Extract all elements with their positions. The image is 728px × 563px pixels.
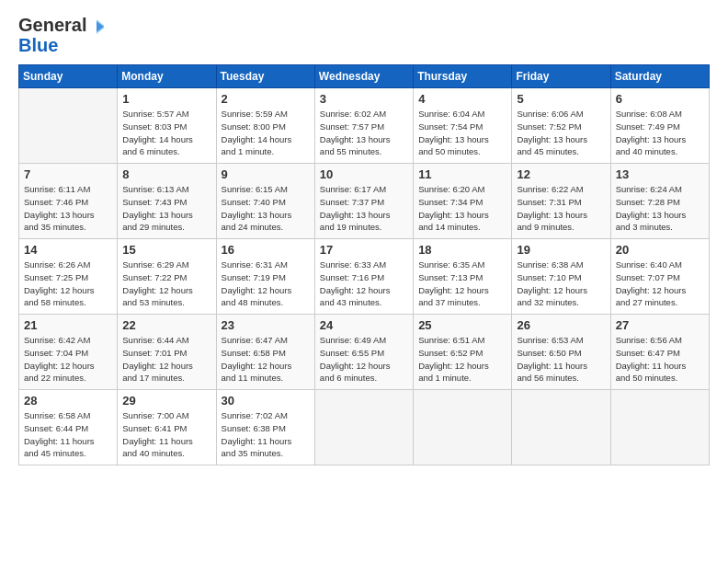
day-number: 28 — [24, 394, 112, 408]
calendar-cell: 21Sunrise: 6:42 AM Sunset: 7:04 PM Dayli… — [19, 315, 118, 390]
day-number: 20 — [616, 243, 704, 257]
sun-info: Sunrise: 6:24 AM Sunset: 7:28 PM Dayligh… — [616, 183, 704, 234]
logo-general: General — [18, 15, 86, 35]
day-of-week-header: Tuesday — [216, 65, 314, 88]
calendar-cell: 22Sunrise: 6:44 AM Sunset: 7:01 PM Dayli… — [118, 315, 216, 390]
day-number: 11 — [418, 167, 506, 181]
day-of-week-header: Friday — [512, 65, 610, 88]
sun-info: Sunrise: 6:49 AM Sunset: 6:55 PM Dayligh… — [320, 334, 408, 385]
calendar-cell: 12Sunrise: 6:22 AM Sunset: 7:31 PM Dayli… — [512, 164, 610, 239]
day-of-week-header: Monday — [118, 65, 216, 88]
day-number: 17 — [320, 243, 408, 257]
sun-info: Sunrise: 6:35 AM Sunset: 7:13 PM Dayligh… — [418, 259, 506, 309]
calendar-week-row: 21Sunrise: 6:42 AM Sunset: 7:04 PM Dayli… — [19, 315, 710, 390]
sun-info: Sunrise: 7:00 AM Sunset: 6:41 PM Dayligh… — [122, 409, 210, 460]
logo-blue: Blue — [18, 35, 58, 55]
sun-info: Sunrise: 6:42 AM Sunset: 7:04 PM Dayligh… — [24, 334, 112, 385]
calendar-cell: 17Sunrise: 6:33 AM Sunset: 7:16 PM Dayli… — [314, 239, 413, 315]
day-number: 14 — [24, 243, 112, 257]
calendar-cell — [19, 88, 118, 164]
day-number: 10 — [320, 167, 408, 181]
sun-info: Sunrise: 6:33 AM Sunset: 7:16 PM Dayligh… — [320, 259, 408, 309]
calendar-week-row: 7Sunrise: 6:11 AM Sunset: 7:46 PM Daylig… — [19, 164, 710, 239]
sun-info: Sunrise: 5:57 AM Sunset: 8:03 PM Dayligh… — [122, 108, 210, 158]
day-number: 9 — [222, 167, 310, 181]
calendar-cell: 13Sunrise: 6:24 AM Sunset: 7:28 PM Dayli… — [610, 164, 709, 239]
calendar-cell — [610, 390, 709, 465]
day-of-week-header: Sunday — [19, 65, 118, 88]
calendar-table: SundayMondayTuesdayWednesdayThursdayFrid… — [18, 64, 710, 465]
logo-text: General Blue — [18, 15, 105, 55]
day-number: 23 — [222, 318, 310, 332]
header: General Blue — [18, 15, 710, 55]
day-number: 16 — [222, 243, 310, 257]
day-number: 8 — [122, 167, 210, 181]
calendar-cell — [314, 390, 413, 465]
calendar-cell: 7Sunrise: 6:11 AM Sunset: 7:46 PM Daylig… — [19, 164, 118, 239]
days-of-week-row: SundayMondayTuesdayWednesdayThursdayFrid… — [19, 65, 710, 88]
calendar-cell: 26Sunrise: 6:53 AM Sunset: 6:50 PM Dayli… — [512, 315, 610, 390]
sun-info: Sunrise: 6:26 AM Sunset: 7:25 PM Dayligh… — [24, 259, 112, 309]
day-number: 30 — [222, 394, 310, 408]
day-number: 18 — [418, 243, 506, 257]
calendar-cell: 5Sunrise: 6:06 AM Sunset: 7:52 PM Daylig… — [512, 88, 610, 164]
calendar-cell: 15Sunrise: 6:29 AM Sunset: 7:22 PM Dayli… — [118, 239, 216, 315]
sun-info: Sunrise: 6:11 AM Sunset: 7:46 PM Dayligh… — [24, 183, 112, 234]
calendar-cell: 19Sunrise: 6:38 AM Sunset: 7:10 PM Dayli… — [512, 239, 610, 315]
logo: General Blue — [18, 15, 105, 55]
day-number: 3 — [320, 92, 408, 106]
sun-info: Sunrise: 6:56 AM Sunset: 6:47 PM Dayligh… — [616, 334, 704, 385]
day-number: 25 — [418, 318, 506, 332]
calendar-cell: 18Sunrise: 6:35 AM Sunset: 7:13 PM Dayli… — [414, 239, 512, 315]
sun-info: Sunrise: 6:08 AM Sunset: 7:49 PM Dayligh… — [616, 108, 704, 158]
sun-info: Sunrise: 6:40 AM Sunset: 7:07 PM Dayligh… — [616, 259, 704, 309]
day-number: 21 — [24, 318, 112, 332]
calendar-cell: 24Sunrise: 6:49 AM Sunset: 6:55 PM Dayli… — [314, 315, 413, 390]
sun-info: Sunrise: 6:44 AM Sunset: 7:01 PM Dayligh… — [122, 334, 210, 385]
sun-info: Sunrise: 6:06 AM Sunset: 7:52 PM Dayligh… — [517, 108, 605, 158]
sun-info: Sunrise: 6:53 AM Sunset: 6:50 PM Dayligh… — [517, 334, 605, 385]
calendar-cell: 6Sunrise: 6:08 AM Sunset: 7:49 PM Daylig… — [610, 88, 709, 164]
day-number: 15 — [122, 243, 210, 257]
sun-info: Sunrise: 6:31 AM Sunset: 7:19 PM Dayligh… — [222, 259, 310, 309]
calendar-cell: 3Sunrise: 6:02 AM Sunset: 7:57 PM Daylig… — [314, 88, 413, 164]
day-number: 29 — [122, 394, 210, 408]
sun-info: Sunrise: 6:47 AM Sunset: 6:58 PM Dayligh… — [222, 334, 310, 385]
calendar-cell: 28Sunrise: 6:58 AM Sunset: 6:44 PM Dayli… — [19, 390, 118, 465]
calendar-cell — [512, 390, 610, 465]
calendar-cell: 25Sunrise: 6:51 AM Sunset: 6:52 PM Dayli… — [414, 315, 512, 390]
calendar-cell: 9Sunrise: 6:15 AM Sunset: 7:40 PM Daylig… — [216, 164, 314, 239]
calendar-week-row: 14Sunrise: 6:26 AM Sunset: 7:25 PM Dayli… — [19, 239, 710, 315]
day-number: 13 — [616, 167, 704, 181]
day-number: 2 — [222, 92, 310, 106]
calendar-cell: 20Sunrise: 6:40 AM Sunset: 7:07 PM Dayli… — [610, 239, 709, 315]
sun-info: Sunrise: 6:20 AM Sunset: 7:34 PM Dayligh… — [418, 183, 506, 234]
sun-info: Sunrise: 7:02 AM Sunset: 6:38 PM Dayligh… — [222, 409, 310, 460]
logo-bird-icon — [87, 18, 104, 35]
day-number: 5 — [517, 92, 605, 106]
calendar-week-row: 28Sunrise: 6:58 AM Sunset: 6:44 PM Dayli… — [19, 390, 710, 465]
day-number: 22 — [122, 318, 210, 332]
calendar-cell: 29Sunrise: 7:00 AM Sunset: 6:41 PM Dayli… — [118, 390, 216, 465]
day-number: 19 — [517, 243, 605, 257]
sun-info: Sunrise: 6:04 AM Sunset: 7:54 PM Dayligh… — [418, 108, 506, 158]
svg-marker-1 — [97, 19, 104, 34]
calendar-cell: 2Sunrise: 5:59 AM Sunset: 8:00 PM Daylig… — [216, 88, 314, 164]
day-number: 4 — [418, 92, 506, 106]
day-number: 1 — [122, 92, 210, 106]
calendar-cell: 30Sunrise: 7:02 AM Sunset: 6:38 PM Dayli… — [216, 390, 314, 465]
sun-info: Sunrise: 6:15 AM Sunset: 7:40 PM Dayligh… — [222, 183, 310, 234]
calendar-cell: 16Sunrise: 6:31 AM Sunset: 7:19 PM Dayli… — [216, 239, 314, 315]
sun-info: Sunrise: 6:29 AM Sunset: 7:22 PM Dayligh… — [122, 259, 210, 309]
calendar-body: 1Sunrise: 5:57 AM Sunset: 8:03 PM Daylig… — [19, 88, 710, 465]
sun-info: Sunrise: 6:17 AM Sunset: 7:37 PM Dayligh… — [320, 183, 408, 234]
calendar-week-row: 1Sunrise: 5:57 AM Sunset: 8:03 PM Daylig… — [19, 88, 710, 164]
day-number: 24 — [320, 318, 408, 332]
day-number: 26 — [517, 318, 605, 332]
calendar-cell: 10Sunrise: 6:17 AM Sunset: 7:37 PM Dayli… — [314, 164, 413, 239]
sun-info: Sunrise: 6:38 AM Sunset: 7:10 PM Dayligh… — [517, 259, 605, 309]
day-of-week-header: Thursday — [414, 65, 512, 88]
sun-info: Sunrise: 6:22 AM Sunset: 7:31 PM Dayligh… — [517, 183, 605, 234]
day-number: 7 — [24, 167, 112, 181]
day-of-week-header: Saturday — [610, 65, 709, 88]
